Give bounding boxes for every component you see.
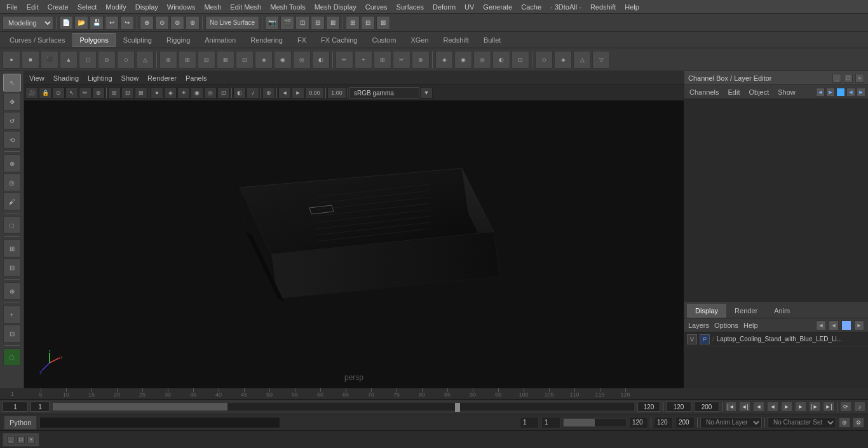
- display-layer-tool[interactable]: +: [3, 306, 21, 323]
- shelf-boolean[interactable]: ⊠: [217, 51, 234, 69]
- tab-polygons[interactable]: Polygons: [72, 33, 115, 47]
- menu-edit-mesh[interactable]: Edit Mesh: [226, 2, 265, 12]
- live-surface-btn[interactable]: No Live Surface: [205, 16, 259, 30]
- menu-curves[interactable]: Curves: [362, 2, 391, 12]
- shelf-unparent[interactable]: ▽: [592, 51, 610, 69]
- vp-bookmark-btn[interactable]: ⊙: [52, 87, 65, 98]
- shelf-cube[interactable]: ■: [22, 51, 39, 69]
- layer-back-btn[interactable]: ◄: [829, 320, 839, 330]
- play-fwd-btn[interactable]: ►: [781, 402, 792, 412]
- lasso-btn[interactable]: ⊙: [155, 16, 169, 30]
- cb-object-menu[interactable]: Object: [746, 88, 771, 96]
- vp-shading-btn[interactable]: ●: [151, 87, 163, 98]
- tab-animation[interactable]: Animation: [198, 33, 243, 47]
- shelf-remesh[interactable]: ◎: [473, 51, 491, 69]
- vp-gamma-down[interactable]: ◄: [278, 87, 291, 98]
- shelf-connect[interactable]: ⊕: [412, 51, 430, 69]
- transform-btn[interactable]: ⊛: [186, 16, 200, 30]
- shelf-merge[interactable]: ⊟: [198, 51, 215, 69]
- shelf-insert-loop[interactable]: ⊞: [374, 51, 391, 69]
- shelf-retopo[interactable]: ◐: [492, 51, 510, 69]
- layer-add-btn[interactable]: ◄: [816, 320, 826, 330]
- workspace-selector[interactable]: Modeling: [3, 16, 53, 30]
- tab-rigging[interactable]: Rigging: [159, 33, 197, 47]
- cb-expand-btn[interactable]: □: [844, 74, 853, 83]
- go-to-start-btn[interactable]: |◄: [725, 402, 736, 412]
- status-range-slider[interactable]: [563, 418, 627, 427]
- char-set-btn-1[interactable]: ⊕: [839, 417, 850, 428]
- shelf-pen[interactable]: ✏: [336, 51, 353, 69]
- layer-row[interactable]: V P / Laptop_Cooling_Stand_with_Blue_LED…: [684, 332, 868, 346]
- layer-fwd-btn[interactable]: ►: [854, 320, 864, 330]
- menu-mesh-display[interactable]: Mesh Display: [311, 2, 360, 12]
- play-back-btn[interactable]: ◄: [767, 402, 778, 412]
- menu-mesh[interactable]: Mesh: [200, 2, 225, 12]
- anim-tab[interactable]: Anim: [766, 304, 798, 318]
- menu-create[interactable]: Create: [44, 2, 72, 12]
- shelf-prism[interactable]: ◇: [117, 51, 135, 69]
- shelf-extrude[interactable]: ⊕: [159, 51, 177, 69]
- shelf-append[interactable]: +: [355, 51, 372, 69]
- loop-btn[interactable]: ⟳: [840, 402, 851, 412]
- select-tool-btn[interactable]: ⊕: [140, 16, 154, 30]
- menu-cache[interactable]: Cache: [517, 2, 545, 12]
- render2-btn[interactable]: ⊡: [295, 16, 309, 30]
- cb-arrow-back[interactable]: ◄: [846, 88, 855, 97]
- cb-arrow-prev[interactable]: ◄: [816, 88, 825, 97]
- layers-menu[interactable]: Layers: [688, 322, 709, 329]
- options-menu[interactable]: Options: [714, 322, 738, 329]
- vp-grid-btn[interactable]: ⊞: [108, 87, 121, 98]
- shelf-group[interactable]: ◇: [535, 51, 553, 69]
- snap-grid[interactable]: ⊞: [3, 240, 21, 257]
- window-min-btn[interactable]: _: [7, 436, 15, 444]
- layout2-btn[interactable]: ⊟: [361, 16, 375, 30]
- range-start-input[interactable]: [31, 402, 50, 412]
- camera-btn[interactable]: 📷: [265, 16, 279, 30]
- shelf-cylinder[interactable]: ⬛: [41, 51, 58, 69]
- viewport-canvas[interactable]: X Y Z persp: [24, 100, 684, 388]
- menu-3dtoll[interactable]: - 3DtoAll -: [546, 2, 585, 12]
- vp-ao-btn[interactable]: ◎: [204, 87, 217, 98]
- menu-select[interactable]: Select: [74, 2, 101, 12]
- window-close-btn[interactable]: ×: [27, 436, 35, 444]
- quick-layout[interactable]: ⊡: [3, 325, 21, 343]
- vp-gamma-dropdown[interactable]: ▼: [420, 87, 433, 98]
- vp-menu-shading[interactable]: Shading: [51, 74, 81, 82]
- shelf-combine[interactable]: ◉: [274, 51, 292, 69]
- vp-shadow-btn[interactable]: ◉: [191, 87, 203, 98]
- display-tab[interactable]: Display: [687, 304, 726, 318]
- shelf-plane[interactable]: ◻: [79, 51, 97, 69]
- shelf-torus[interactable]: ⊙: [98, 51, 116, 69]
- shelf-pyramid[interactable]: △: [136, 51, 154, 69]
- cb-arrow-next[interactable]: ►: [826, 88, 835, 97]
- go-to-end-btn[interactable]: ►|: [823, 402, 834, 412]
- paint-btn[interactable]: ⊚: [170, 16, 184, 30]
- playback-end-input[interactable]: [666, 402, 691, 412]
- vp-aa-btn[interactable]: ⊡: [217, 87, 230, 98]
- shelf-multi-cut[interactable]: ✂: [393, 51, 410, 69]
- current-frame-input[interactable]: [3, 402, 28, 412]
- tab-fx[interactable]: FX: [290, 33, 313, 47]
- menu-generate[interactable]: Generate: [479, 2, 516, 12]
- layout3-btn[interactable]: ⊠: [376, 16, 390, 30]
- shelf-mirror[interactable]: ⊡: [236, 51, 254, 69]
- vp-menu-panels[interactable]: Panels: [183, 74, 210, 82]
- timeline-slider[interactable]: [52, 402, 635, 411]
- step-back-btn[interactable]: ◄|: [739, 402, 750, 412]
- shelf-ungroup[interactable]: ◈: [554, 51, 572, 69]
- vp-light-btn[interactable]: ☀: [177, 87, 190, 98]
- cb-color-swatch[interactable]: [836, 88, 845, 97]
- cb-channels-menu[interactable]: Channels: [687, 88, 721, 96]
- render3-btn[interactable]: ⊟: [311, 16, 325, 30]
- next-key-btn[interactable]: ►: [795, 402, 806, 412]
- max-end-input[interactable]: [694, 402, 719, 412]
- select-tool[interactable]: ↖: [3, 74, 21, 92]
- menu-edit[interactable]: Edit: [23, 2, 43, 12]
- audio-btn[interactable]: ♪: [854, 402, 865, 412]
- shelf-sphere[interactable]: ●: [3, 51, 20, 69]
- layout-btn[interactable]: ⊞: [346, 16, 360, 30]
- anim-layer-selector[interactable]: No Anim Layer: [700, 417, 762, 428]
- shelf-uv[interactable]: ⊡: [512, 51, 529, 69]
- vp-menu-lighting[interactable]: Lighting: [85, 74, 115, 82]
- layer-visibility-toggle[interactable]: V: [687, 334, 697, 344]
